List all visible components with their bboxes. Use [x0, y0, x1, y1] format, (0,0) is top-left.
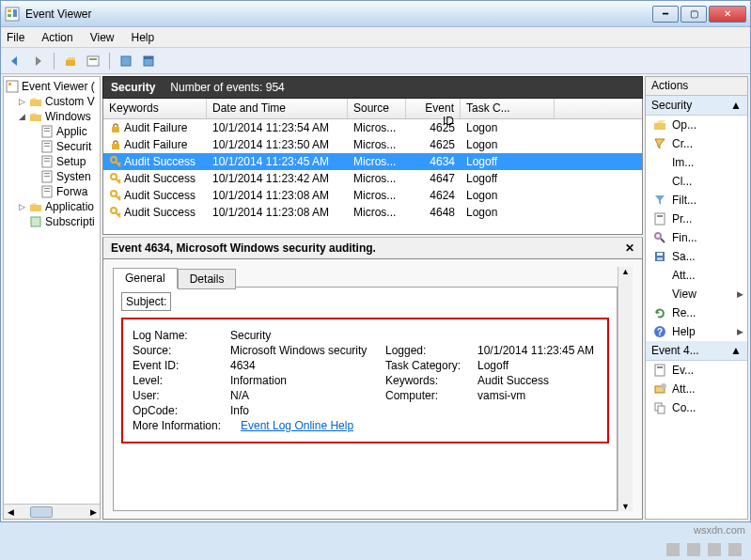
collapse-icon[interactable]: ▲ — [730, 344, 742, 357]
section-title: Security — [111, 81, 155, 94]
svg-rect-22 — [44, 161, 50, 162]
grid-header[interactable]: Keywords Date and Time Source Event ID T… — [103, 99, 642, 119]
tree-item[interactable]: Subscripti — [4, 214, 100, 229]
level-label: Level: — [133, 374, 230, 387]
action-item[interactable]: Cl... — [646, 172, 747, 191]
action-item[interactable]: Pr... — [646, 210, 747, 228]
svg-rect-6 — [89, 58, 97, 60]
tree-root[interactable]: Event Viewer ( — [4, 79, 100, 94]
tree-item[interactable]: Systen — [4, 169, 100, 184]
detail-vscrollbar[interactable]: ▲▼ — [618, 267, 633, 511]
tree-item[interactable]: Forwa — [4, 184, 100, 199]
action-item[interactable]: Ev... — [646, 361, 747, 380]
tree-item[interactable]: Applic — [4, 124, 100, 139]
user-label: User: — [133, 389, 230, 402]
toolbar-icon[interactable] — [138, 51, 159, 71]
svg-rect-53 — [666, 543, 680, 556]
svg-rect-43 — [657, 253, 663, 256]
action-item[interactable]: Att... — [646, 266, 747, 285]
svg-rect-47 — [655, 365, 665, 376]
event-grid[interactable]: Keywords Date and Time Source Event ID T… — [102, 99, 643, 235]
toolbar-icon[interactable] — [83, 51, 103, 71]
menubar: File Action View Help — [1, 27, 750, 48]
opcode-value: Info — [230, 404, 385, 417]
svg-rect-55 — [708, 543, 721, 556]
svg-rect-44 — [657, 257, 663, 260]
svg-rect-27 — [44, 188, 50, 189]
tree-item[interactable]: Setup — [4, 154, 100, 169]
watermark: wsxdn.com — [694, 524, 745, 536]
computer-value: vamsi-vm — [477, 389, 598, 402]
tray-icon[interactable] — [728, 543, 742, 556]
tree-item[interactable]: ◢Windows — [4, 109, 100, 124]
opcode-label: OpCode: — [133, 404, 230, 417]
tree-panel[interactable]: Event Viewer (▷Custom V◢WindowsApplicSec… — [3, 76, 101, 520]
action-item[interactable]: Fin... — [646, 228, 747, 247]
tray-icon[interactable] — [708, 543, 721, 556]
eventid-value: 4634 — [230, 359, 385, 372]
tab-general[interactable]: General — [113, 268, 178, 288]
tab-details[interactable]: Details — [178, 269, 237, 289]
col-eventid[interactable]: Event ID — [406, 99, 461, 118]
table-row[interactable]: Audit Success10/1/2014 11:23:45 AMMicros… — [103, 153, 642, 170]
col-datetime[interactable]: Date and Time — [207, 99, 348, 118]
tray-icon[interactable] — [666, 543, 680, 556]
action-item[interactable]: Re... — [646, 303, 747, 322]
svg-rect-25 — [44, 176, 50, 177]
action-item[interactable]: View▶ — [646, 285, 747, 303]
action-item[interactable]: Filt... — [646, 191, 747, 210]
close-icon[interactable]: ✕ — [625, 241, 634, 255]
toolbar-icon[interactable] — [60, 51, 81, 71]
col-taskcategory[interactable]: Task C... — [461, 99, 555, 118]
forward-button[interactable] — [27, 51, 48, 71]
svg-rect-29 — [30, 205, 41, 211]
logname-label: Log Name: — [133, 329, 230, 342]
toolbar-icon[interactable] — [116, 51, 136, 71]
action-item[interactable]: Att... — [646, 380, 747, 398]
collapse-icon[interactable]: ▲ — [730, 99, 742, 112]
source-label: Source: — [133, 344, 230, 357]
menu-action[interactable]: Action — [41, 31, 72, 44]
action-item[interactable]: Co... — [646, 398, 747, 417]
actions-section-security[interactable]: Security▲ — [646, 96, 747, 116]
tree-hscrollbar[interactable]: ◀▶ — [4, 504, 100, 519]
action-item[interactable]: Op... — [646, 116, 747, 134]
svg-rect-52 — [658, 406, 665, 413]
table-row[interactable]: Audit Success10/1/2014 11:23:08 AMMicros… — [103, 204, 642, 221]
tree-item[interactable]: ▷Custom V — [4, 94, 100, 109]
svg-rect-13 — [30, 115, 41, 121]
table-row[interactable]: Audit Success10/1/2014 11:23:42 AMMicros… — [103, 170, 642, 187]
actions-section-event[interactable]: Event 4...▲ — [646, 341, 747, 361]
svg-rect-56 — [728, 543, 742, 556]
svg-text:?: ? — [657, 327, 663, 337]
titlebar[interactable]: Event Viewer ━ ▢ ✕ — [1, 1, 750, 27]
detail-header: Event 4634, Microsoft Windows security a… — [102, 237, 643, 259]
svg-rect-38 — [655, 213, 665, 225]
back-button[interactable] — [5, 51, 25, 71]
keywords-value: Audit Success — [477, 374, 598, 387]
menu-file[interactable]: File — [7, 31, 24, 44]
close-button[interactable]: ✕ — [709, 6, 746, 23]
section-header: Security Number of events: 954 — [102, 76, 643, 99]
svg-rect-28 — [44, 191, 50, 192]
tree-item[interactable]: Securit — [4, 139, 100, 154]
table-row[interactable]: Audit Failure10/1/2014 11:23:50 AMMicros… — [103, 136, 642, 153]
tray-icon[interactable] — [687, 543, 700, 556]
detail-title: Event 4634, Microsoft Windows security a… — [111, 241, 376, 255]
svg-rect-24 — [44, 173, 50, 174]
action-item[interactable]: Cr... — [646, 134, 747, 153]
col-source[interactable]: Source — [348, 99, 406, 118]
action-item[interactable]: ?Help▶ — [646, 322, 747, 341]
action-item[interactable]: Im... — [646, 153, 747, 172]
table-row[interactable]: Audit Success10/1/2014 11:23:08 AMMicros… — [103, 187, 642, 204]
menu-view[interactable]: View — [90, 31, 115, 44]
action-item[interactable]: Sa... — [646, 247, 747, 266]
minimize-button[interactable]: ━ — [652, 6, 679, 23]
svg-rect-5 — [87, 56, 99, 66]
maximize-button[interactable]: ▢ — [681, 6, 707, 23]
menu-help[interactable]: Help — [132, 31, 155, 44]
col-keywords[interactable]: Keywords — [103, 99, 207, 118]
moreinfo-link[interactable]: Event Log Online Help — [241, 419, 353, 432]
table-row[interactable]: Audit Failure10/1/2014 11:23:54 AMMicros… — [103, 119, 642, 136]
tree-item[interactable]: ▷Applicatio — [4, 199, 100, 214]
